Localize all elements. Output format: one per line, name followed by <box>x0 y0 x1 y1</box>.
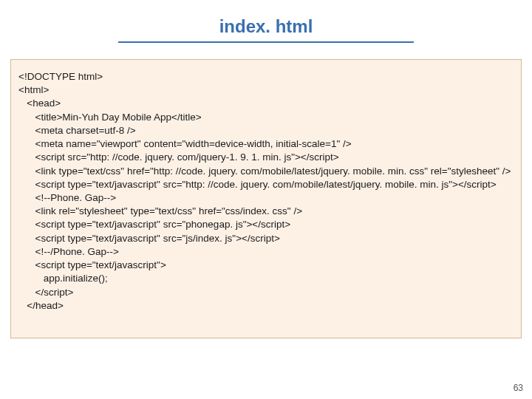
code-line: <!DOCTYPE html> <box>18 70 514 83</box>
code-line: </script> <box>18 286 514 299</box>
title-underline <box>118 41 414 43</box>
code-line: </head> <box>18 299 514 313</box>
code-line: <script type="text/javascript" src="phon… <box>18 218 514 231</box>
code-line: <!--Phone. Gap--> <box>18 191 514 205</box>
code-line: <!--/Phone. Gap--> <box>18 245 514 259</box>
code-line: <script src="http: //code. jquery. com/j… <box>18 151 514 164</box>
code-line: <link rel="stylesheet" type="text/css" h… <box>18 205 514 218</box>
code-line: <script type="text/javascript" src="http… <box>18 178 514 191</box>
code-line: <title>Min-Yuh Day Mobile App</title> <box>18 111 514 124</box>
slide-title: index. html <box>0 0 532 41</box>
page-number: 63 <box>514 383 523 393</box>
code-line: <link type="text/css" href="http: //code… <box>18 165 514 178</box>
code-block: <!DOCTYPE html> <html> <head> <title>Min… <box>10 59 522 338</box>
code-line: <html> <box>18 83 514 97</box>
code-line: <script type="text/javascript" src="js/i… <box>18 232 514 245</box>
code-line: <head> <box>18 97 514 110</box>
code-line: <meta charset=utf-8 /> <box>18 124 514 137</box>
code-line: <meta name="viewport" content="width=dev… <box>18 137 514 151</box>
code-line: app.initialize(); <box>18 272 514 285</box>
code-line: <script type="text/javascript"> <box>18 259 514 272</box>
